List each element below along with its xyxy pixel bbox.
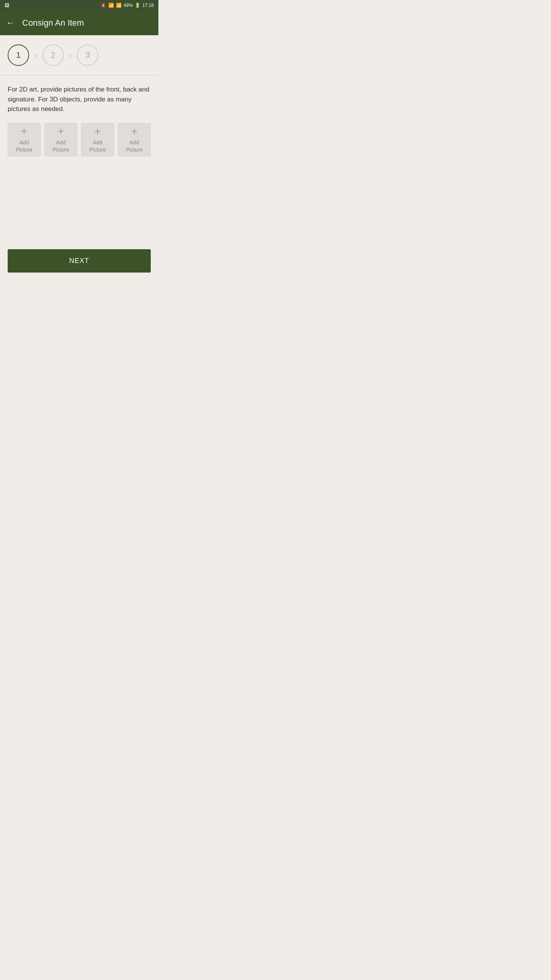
add-picture-label-3: AddPicture — [89, 139, 106, 153]
plus-icon-4: + — [131, 126, 137, 137]
plus-icon-2: + — [58, 126, 64, 137]
step-arrow-2: › — [69, 51, 72, 60]
mute-icon: 🔇 — [101, 3, 106, 8]
plus-icon-1: + — [21, 126, 27, 137]
time-label: 17:18 — [142, 3, 154, 8]
battery-label: 49% — [124, 3, 133, 8]
back-button[interactable]: ← — [6, 18, 15, 28]
step-arrow-1: › — [34, 51, 37, 60]
next-button[interactable]: NEXT — [8, 249, 151, 273]
signal-icon: 📶 — [116, 3, 122, 8]
add-picture-label-4: AddPicture — [126, 139, 143, 153]
add-picture-button-3[interactable]: + AddPicture — [81, 123, 114, 156]
step-indicator: 1 › 2 › 3 — [0, 35, 158, 75]
wifi-icon: 📶 — [108, 3, 114, 8]
status-bar: 🖼 🔇 📶 📶 49% 🔋 17:18 — [0, 0, 158, 11]
add-picture-button-4[interactable]: + AddPicture — [118, 123, 151, 156]
battery-icon: 🔋 — [135, 3, 140, 8]
picture-grid: + AddPicture + AddPicture + AddPicture +… — [8, 123, 151, 156]
add-picture-button-1[interactable]: + AddPicture — [8, 123, 41, 156]
add-picture-button-2[interactable]: + AddPicture — [44, 123, 77, 156]
footer: NEXT — [0, 243, 158, 282]
status-bar-icon: 🖼 — [5, 3, 9, 8]
main-content: For 2D art, provide pictures of the fron… — [0, 75, 158, 243]
step-3-circle: 3 — [77, 44, 98, 66]
status-icons: 🔇 📶 📶 49% 🔋 17:18 — [101, 3, 154, 8]
step-2-circle: 2 — [42, 44, 64, 66]
step-1-circle: 1 — [8, 44, 29, 66]
app-header: ← Consign An Item — [0, 11, 158, 35]
description-text: For 2D art, provide pictures of the fron… — [8, 85, 151, 114]
page-title: Consign An Item — [22, 18, 84, 28]
add-picture-label-1: AddPicture — [16, 139, 33, 153]
add-picture-label-2: AddPicture — [52, 139, 69, 153]
plus-icon-3: + — [95, 126, 101, 137]
